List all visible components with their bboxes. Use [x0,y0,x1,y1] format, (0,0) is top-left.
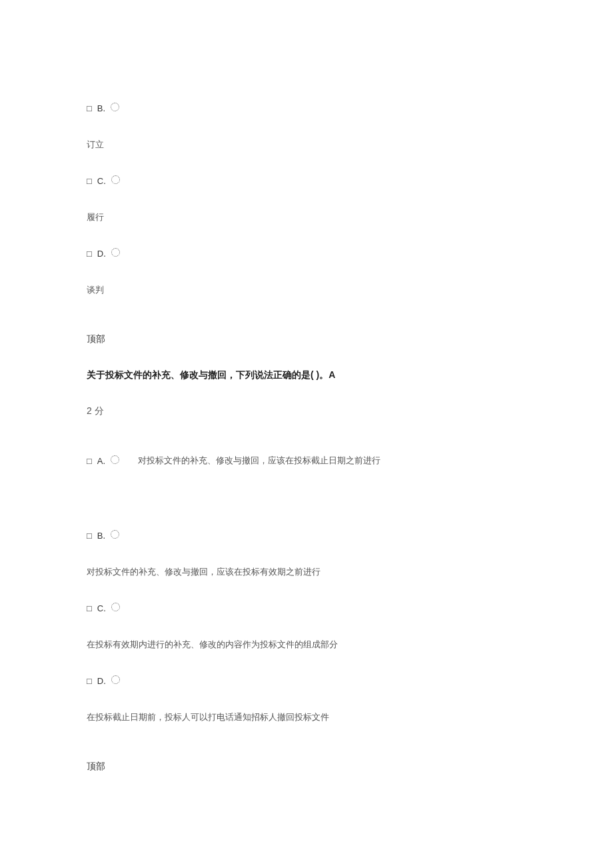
option-letter: D. [97,676,106,686]
option-letter: A. [97,456,105,466]
q1-option-d-row[interactable]: □ D. [87,249,526,259]
radio-icon [111,248,120,257]
q1-option-b-row[interactable]: □ B. [87,103,526,113]
radio-icon [111,675,120,684]
checkbox-icon: □ [87,249,92,259]
radio-icon [111,103,119,111]
checkbox-icon: □ [87,676,92,686]
option-letter: C. [97,603,106,613]
option-letter: B. [97,103,105,113]
q2-option-b-text: 对投标文件的补充、修改与撤回，应该在投标有效期之前进行 [87,566,526,578]
q1-option-c-row[interactable]: □ C. [87,176,526,186]
q1-option-b-text: 订立 [87,139,526,151]
top-link[interactable]: 顶部 [87,761,526,773]
q2-option-c-row[interactable]: □ C. [87,603,526,613]
radio-icon [111,603,120,611]
q2-points: 2 分 [87,405,526,417]
radio-icon [111,175,120,184]
q1-option-d-text: 谈判 [87,284,526,296]
q1-option-c-text: 履行 [87,211,526,223]
option-letter: B. [97,531,105,541]
top-link[interactable]: 顶部 [87,333,526,345]
checkbox-icon: □ [87,103,92,113]
option-letter: D. [97,249,106,259]
q2-option-b-row[interactable]: □ B. [87,531,526,541]
checkbox-icon: □ [87,456,92,466]
radio-icon [111,455,119,464]
q2-option-c-text: 在投标有效期内进行的补充、修改的内容作为投标文件的组成部分 [87,639,526,651]
radio-icon [111,530,119,539]
q2-option-a-text: 对投标文件的补充、修改与撤回，应该在投标截止日期之前进行 [138,455,380,467]
q2-option-d-text: 在投标截止日期前，投标人可以打电话通知招标人撤回投标文件 [87,711,526,723]
checkbox-icon: □ [87,531,92,541]
document-page: □ B. 订立 □ C. 履行 □ D. 谈判 顶部 关于投标文件的补充、修改与… [0,0,613,813]
checkbox-icon: □ [87,176,92,186]
q2-option-d-row[interactable]: □ D. [87,676,526,686]
q2-title: 关于投标文件的补充、修改与撤回，下列说法正确的是( )。A [87,369,526,381]
q2-option-a-row[interactable]: □ A. 对投标文件的补充、修改与撤回，应该在投标截止日期之前进行 [87,455,526,467]
option-letter: C. [97,176,106,186]
checkbox-icon: □ [87,603,92,613]
